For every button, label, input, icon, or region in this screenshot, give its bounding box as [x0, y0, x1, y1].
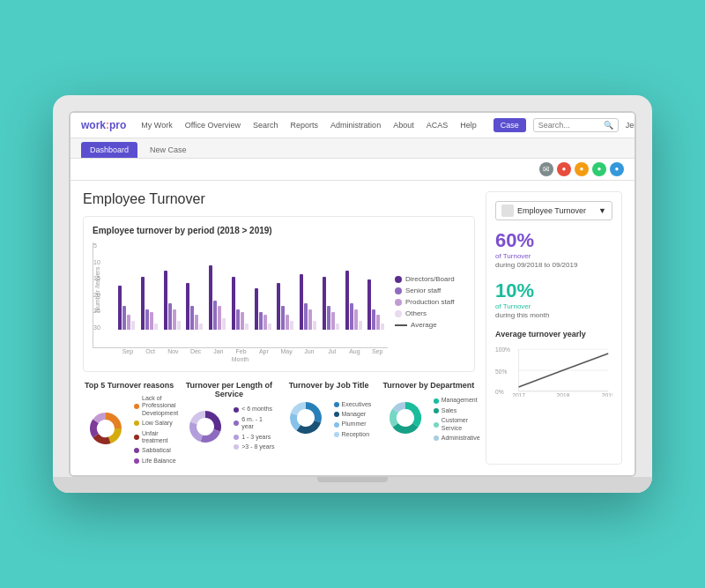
donut-legend-item: 6 m. - 1 year [234, 416, 275, 431]
svg-text:0%: 0% [495, 388, 504, 394]
donut-legend-label: Management [442, 397, 478, 404]
chart-area: Number /leavers 30 25 20 15 10 5 [93, 242, 465, 362]
minimize-icon[interactable]: ● [575, 162, 589, 176]
donut-legend-label: Plummer [342, 421, 367, 428]
tab-dashboard[interactable]: Dashboard [81, 142, 137, 158]
legend-line [395, 324, 407, 326]
bar [345, 271, 349, 330]
donut-legend-label: < 6 months [241, 406, 272, 413]
user-name: Jennifer Doe [626, 121, 636, 130]
tab-new-case[interactable]: New Case [141, 142, 196, 158]
bar-group [164, 242, 184, 330]
donut-dot [234, 435, 239, 440]
page-title: Employee Turnover [83, 191, 475, 207]
donut-segment [190, 411, 205, 424]
panel-icon [501, 205, 514, 217]
nav-search[interactable]: Search [250, 119, 281, 131]
donut-svg [283, 395, 329, 441]
donut-dot [234, 444, 239, 450]
bar [222, 318, 226, 330]
donut-legend-item: Management [434, 397, 480, 404]
toolbar: ✉ ● ● ● ● [70, 159, 634, 181]
bar [164, 271, 167, 330]
bar [327, 306, 330, 330]
donut-dot [234, 421, 239, 426]
bar [367, 279, 371, 330]
donut-legend-label: 1 - 3 years [241, 434, 271, 441]
donut-dot [334, 402, 339, 407]
bar [186, 283, 189, 330]
bar [259, 312, 263, 330]
mail-icon[interactable]: ✉ [539, 162, 553, 176]
nav-administration[interactable]: Administration [328, 119, 383, 131]
donut-legend-label: Reception [342, 431, 370, 438]
donut-legend-item: Lack of Professional Development [134, 395, 178, 417]
nav-reports[interactable]: Reports [288, 119, 322, 131]
legend-label: Production staff [405, 298, 454, 306]
toolbar-icons: ✉ ● ● ● ● [539, 162, 624, 176]
bar [336, 324, 339, 330]
donut-legend-item: Administrative [434, 435, 480, 442]
nav-acas[interactable]: ACAS [424, 119, 451, 131]
donut-legend-item: 1 - 3 years [234, 434, 275, 441]
donut-wrap: ExecutivesManagerPlummerReception [283, 395, 375, 444]
donut-dot [434, 398, 439, 404]
svg-text:100%: 100% [495, 346, 510, 353]
donut-legend: Lack of Professional DevelopmentLow Sala… [134, 395, 178, 465]
nav-office-overview[interactable]: Office Overview [182, 119, 243, 131]
x-label: Sep [117, 348, 138, 354]
donut-segment [296, 421, 321, 434]
nav-my-work[interactable]: My Work [138, 119, 174, 131]
bar [127, 315, 130, 330]
donut-dot [434, 435, 439, 441]
donut-legend: ExecutivesManagerPlummerReception [334, 401, 372, 439]
stat-block-1: 60% of Turnover during 09/2018 to 09/201… [495, 229, 612, 271]
bottom-chart-0: Top 5 Turnover reasonsLack of Profession… [83, 381, 175, 465]
svg-text:2017: 2017 [512, 392, 525, 397]
bar [150, 312, 153, 330]
search-icon[interactable]: 🔍 [604, 121, 613, 130]
legend-dot [395, 287, 402, 294]
donut-segment [106, 413, 122, 428]
nav-about[interactable]: About [390, 119, 417, 131]
donut-segment [189, 421, 203, 442]
bar [177, 321, 181, 330]
x-label: Dec [185, 348, 206, 354]
donut-legend-item: Manager [334, 411, 372, 418]
bar [376, 315, 380, 330]
tabs-bar: Dashboard New Case [70, 138, 634, 159]
legend-item: Senior staff [395, 287, 465, 294]
donut-dot [134, 404, 139, 409]
laptop-frame: work:pro My Work Office Overview Search … [53, 95, 652, 493]
donut-legend-item: Sabbatical [134, 447, 178, 454]
donut-wrap: < 6 months6 m. - 1 year1 - 3 years>3 - 8… [182, 404, 275, 453]
donut-legend-label: Executives [342, 401, 372, 408]
info-icon[interactable]: ● [610, 162, 624, 176]
donut-dot [434, 408, 439, 413]
bar [300, 274, 303, 330]
donut-legend-item: Reception [334, 431, 372, 438]
donut-dot [334, 422, 339, 428]
case-button[interactable]: Case [494, 118, 526, 132]
donut-segment [306, 402, 322, 423]
laptop-base [53, 477, 652, 493]
donut-dot [134, 435, 139, 440]
panel-select-label: Employee Turnover [517, 206, 586, 215]
panel-select-dropdown[interactable]: Employee Turnover ▼ [495, 201, 612, 220]
donut-segment [205, 411, 221, 432]
donut-legend-label: Administrative [442, 435, 480, 442]
close-icon[interactable]: ● [557, 162, 571, 176]
bar [213, 301, 217, 330]
stat-block-2: 10% of Turnover during this month [495, 279, 612, 321]
chart-legend: Directors/BoardSenior staffProduction st… [395, 242, 465, 362]
donut-dot [134, 448, 139, 453]
search-input[interactable] [538, 121, 600, 130]
donut-wrap: Lack of Professional DevelopmentLow Sala… [83, 395, 175, 465]
maximize-icon[interactable]: ● [592, 162, 606, 176]
nav-help[interactable]: Help [457, 119, 479, 131]
bar [209, 265, 212, 330]
laptop-screen: work:pro My Work Office Overview Search … [69, 111, 636, 477]
legend-item: Others [395, 309, 465, 317]
legend-dot [395, 310, 402, 317]
bar [122, 306, 126, 330]
